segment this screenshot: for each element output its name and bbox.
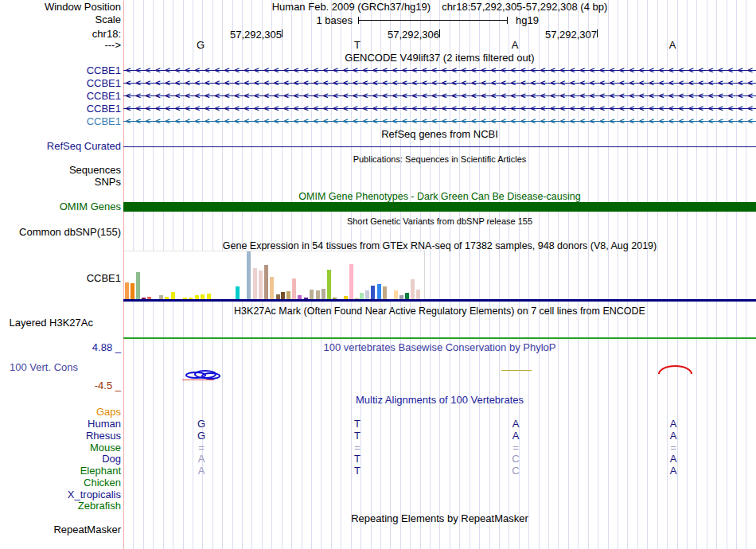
left-arrow-glyph: < (143, 103, 153, 115)
left-arrow-glyph: < (143, 65, 153, 76)
repeatmasker-label: RepeatMasker (53, 524, 121, 535)
left-arrow-glyph: < (251, 116, 261, 127)
left-arrow-glyph: < (123, 103, 133, 115)
genome-browser-image: Window Position Human Feb. 2009 (GRCh37/… (0, 0, 756, 549)
gtex-expression-bar[interactable] (292, 278, 296, 301)
left-arrow-glyph: < (587, 103, 597, 115)
phylop-title: 100 vertebrates Basewise Conservation by… (123, 342, 756, 353)
left-arrow-glyph: < (202, 103, 212, 115)
left-arrow-glyph: < (558, 116, 567, 127)
gtex-title: Gene Expression in 54 tissues from GTEx … (123, 240, 756, 251)
repeatmasker-title: Repeating Elements by RepeatMasker (123, 513, 756, 524)
left-arrow-glyph: < (370, 65, 380, 76)
left-arrow-glyph: < (153, 91, 162, 102)
phylop-wiggle-olive[interactable] (501, 370, 532, 371)
left-arrow-glyph: < (676, 91, 686, 102)
gencode-transcript-row[interactable]: CCBE1<<<<<<<<<<<<<<<<<<<<<<<<<<<<<<<<<<<… (0, 77, 756, 90)
left-arrow-glyph: < (350, 65, 360, 76)
gtex-expression-bar[interactable] (377, 284, 381, 301)
left-arrow-glyph: < (518, 103, 528, 115)
left-arrow-glyph: < (647, 65, 657, 76)
alignment-base: = (667, 442, 680, 454)
left-arrow-glyph: < (657, 116, 666, 127)
species-label-x_tropicalis: X_tropicalis (68, 489, 121, 500)
left-arrow-glyph: < (370, 116, 380, 127)
left-arrow-glyph: < (676, 65, 686, 76)
left-arrow-glyph: < (666, 78, 676, 89)
species-label-dog: Dog (102, 454, 121, 465)
left-arrow-glyph: < (598, 116, 607, 127)
gencode-transcript-row[interactable]: CCBE1<<<<<<<<<<<<<<<<<<<<<<<<<<<<<<<<<<<… (0, 115, 756, 128)
phylop-wiggle-red[interactable] (182, 380, 214, 380)
left-arrow-glyph: < (726, 103, 735, 115)
left-arrow-glyph: < (598, 65, 607, 76)
left-arrow-glyph: < (212, 91, 222, 102)
gtex-expression-bar[interactable] (270, 277, 274, 301)
gtex-expression-bar[interactable] (259, 271, 263, 301)
left-arrow-glyph: < (182, 78, 192, 89)
left-arrow-glyph: < (143, 116, 153, 127)
alignment-base: A (509, 430, 522, 442)
left-arrow-glyph: < (509, 65, 518, 76)
left-arrow-glyph: < (291, 65, 301, 76)
left-arrow-glyph: < (735, 65, 745, 76)
gtex-bar-area[interactable] (124, 251, 425, 301)
species-label-zebrafish: Zebrafish (78, 500, 121, 512)
left-arrow-glyph: < (193, 65, 202, 76)
left-arrow-glyph: < (607, 78, 617, 89)
left-arrow-glyph: < (469, 103, 478, 115)
gtex-expression-bar[interactable] (327, 270, 331, 301)
h3k27ac-signal-line[interactable] (123, 337, 756, 339)
species-label-human: Human (88, 419, 121, 430)
gtex-expression-bar[interactable] (264, 265, 268, 301)
alignment-base: G (195, 419, 208, 430)
gtex-expression-bar[interactable] (136, 272, 140, 301)
species-label-rhesus: Rhesus (86, 430, 121, 442)
left-arrow-glyph: < (676, 78, 686, 89)
left-arrow-glyph: < (232, 116, 241, 127)
left-arrow-glyph: < (419, 65, 429, 76)
refseq-gene-line[interactable] (123, 146, 756, 147)
left-arrow-glyph: < (271, 91, 281, 102)
left-arrow-glyph: < (647, 78, 657, 89)
left-arrow-glyph: < (311, 103, 321, 115)
left-arrow-glyph: < (271, 116, 281, 127)
gencode-transcript-row[interactable]: CCBE1<<<<<<<<<<<<<<<<<<<<<<<<<<<<<<<<<<<… (0, 64, 756, 77)
gtex-expression-bar[interactable] (247, 251, 251, 301)
left-arrow-glyph: < (341, 78, 350, 89)
omim-genes-label: OMIM Genes (60, 201, 121, 212)
left-arrow-glyph: < (331, 78, 341, 89)
phylop-wiggle-blue[interactable] (201, 372, 220, 380)
left-arrow-glyph: < (390, 116, 399, 127)
left-arrow-glyph: < (617, 103, 626, 115)
gtex-expression-bar[interactable] (253, 268, 257, 301)
left-arrow-glyph: < (735, 116, 745, 127)
gtex-expression-bar[interactable] (349, 264, 353, 301)
left-arrow-glyph: < (193, 91, 202, 102)
left-arrow-glyph: < (242, 103, 251, 115)
left-arrow-glyph: < (657, 78, 666, 89)
left-arrow-glyph: < (163, 91, 173, 102)
left-arrow-glyph: < (380, 116, 390, 127)
left-arrow-glyph: < (380, 65, 390, 76)
gtex-expression-bar[interactable] (131, 283, 134, 301)
gtex-expression-bar[interactable] (125, 282, 129, 301)
left-arrow-glyph: < (578, 116, 587, 127)
left-arrow-glyph: < (341, 91, 350, 102)
window-position-title: Human Feb. 2009 (GRCh37/hg19)chr18:57,29… (123, 2, 756, 13)
gencode-transcript-row[interactable]: CCBE1<<<<<<<<<<<<<<<<<<<<<<<<<<<<<<<<<<<… (0, 90, 756, 103)
left-arrow-glyph: < (587, 78, 597, 89)
gene-label: CCBE1 (87, 77, 121, 89)
left-arrow-glyph: < (469, 65, 478, 76)
gencode-transcript-row[interactable]: CCBE1<<<<<<<<<<<<<<<<<<<<<<<<<<<<<<<<<<<… (0, 103, 756, 115)
left-arrow-glyph: < (686, 65, 696, 76)
gtex-expression-bar[interactable] (411, 279, 415, 301)
left-arrow-glyph: < (578, 91, 587, 102)
left-arrow-glyph: < (518, 78, 528, 89)
left-arrow-glyph: < (350, 91, 360, 102)
omim-gene-bar[interactable] (123, 202, 756, 212)
left-arrow-glyph: < (123, 78, 133, 89)
alignment-base: C (509, 465, 522, 477)
left-arrow-glyph: < (666, 116, 676, 127)
alignment-base: A (667, 454, 680, 465)
